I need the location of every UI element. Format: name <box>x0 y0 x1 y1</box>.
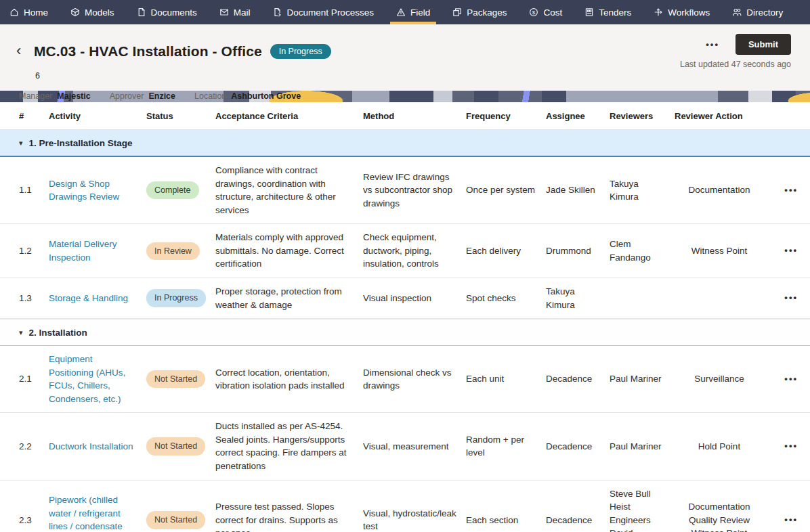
row-menu-button[interactable]: ••• <box>769 433 799 460</box>
header-meta: ManagerMajesticApproverEnziceLocationAsh… <box>19 91 791 101</box>
nav-item-directory[interactable]: Directory <box>732 0 783 24</box>
status-badge: Not Started <box>146 370 205 388</box>
checklist-table: #ActivityStatusAcceptance CriteriaMethod… <box>0 102 810 532</box>
field-icon <box>396 7 406 17</box>
row-menu-button[interactable]: ••• <box>769 285 799 311</box>
row-number: 1.1 <box>19 177 49 204</box>
nav-item-label: Cost <box>543 7 562 18</box>
assignee-cell: Decadence <box>546 433 610 460</box>
back-chevron-icon[interactable]: ‹ <box>16 43 33 58</box>
models-icon <box>70 7 80 17</box>
table-body: ▾1. Pre-Installation Stage1.1Design & Sh… <box>0 130 810 532</box>
more-menu-button[interactable]: ••• <box>704 37 721 52</box>
activity-link[interactable]: Design & Shop Drawings Review <box>49 179 119 202</box>
row-menu-button[interactable]: ••• <box>769 177 799 204</box>
page-title: MC.03 - HVAC Installation - Office <box>34 43 262 60</box>
activity-link[interactable]: Equipment Positioning (AHUs, FCUs, Chill… <box>49 354 125 404</box>
nav-item-home[interactable]: Home <box>9 0 48 24</box>
status-badge: Complete <box>146 181 199 199</box>
table-row: 1.1Design & Shop Drawings ReviewComplete… <box>0 157 810 224</box>
nav-item-label: Documents <box>151 7 197 18</box>
method-cell: Dimensional check vs drawings <box>363 359 466 399</box>
activity-link[interactable]: Material Delivery Inspection <box>49 239 117 263</box>
activity-link[interactable]: Ductwork Installation <box>49 441 133 451</box>
column-header-status: Status <box>146 111 215 121</box>
frequency-cell: Random + per level <box>466 426 546 466</box>
frequency-cell: Each delivery <box>466 238 546 265</box>
nav-item-document-processes[interactable]: Document Processes <box>273 0 374 24</box>
column-header-method: Method <box>363 111 466 121</box>
nav-item-documents[interactable]: Documents <box>137 0 197 24</box>
nav-item-field[interactable]: Field <box>396 0 430 24</box>
nav-item-label: Document Processes <box>287 7 374 18</box>
table-row: 2.2Ductwork InstallationNot StartedDucts… <box>0 413 810 480</box>
column-header-: # <box>19 111 49 121</box>
section-header-1-pre-installation-stage[interactable]: ▾1. Pre-Installation Stage <box>0 130 810 157</box>
meta-manager: ManagerMajestic <box>19 91 91 101</box>
meta-value: Ashburton Grove <box>231 91 301 101</box>
table-header: #ActivityStatusAcceptance CriteriaMethod… <box>0 102 810 130</box>
top-nav: HomeModelsDocumentsMailDocument Processe… <box>0 0 810 24</box>
section-header-2-installation[interactable]: ▾2. Installation <box>0 319 810 346</box>
row-menu-button[interactable]: ••• <box>769 238 799 264</box>
table-row: 1.2Material Delivery InspectionIn Review… <box>0 224 810 278</box>
header-top-row: ‹ MC.03 - HVAC Installation - Office In … <box>16 34 791 69</box>
nav-item-packages[interactable]: Packages <box>452 0 507 24</box>
method-cell: Check equipment, ductwork, piping, insul… <box>363 224 466 278</box>
activity-link[interactable]: Pipework (chilled water / refrigerant li… <box>49 495 123 532</box>
collapse-icon[interactable]: ▾ <box>19 139 23 148</box>
assignee-cell: Jade Skillen <box>546 177 610 204</box>
activity-cell: Storage & Handling <box>49 285 146 312</box>
meta-label: Approver <box>110 91 144 101</box>
collapse-icon[interactable]: ▾ <box>19 328 23 337</box>
frequency-cell: Once per system <box>466 177 546 204</box>
activity-cell: Design & Shop Drawings Review <box>49 171 146 210</box>
status-cell: Not Started <box>146 363 215 395</box>
header-actions: ••• Submit Last updated 47 seconds ago <box>680 34 791 69</box>
workflows-icon <box>654 7 663 17</box>
nav-item-label: Models <box>85 7 114 18</box>
svg-text:$: $ <box>532 9 536 16</box>
meta-label: Manager <box>19 91 52 101</box>
column-header-frequency: Frequency <box>466 111 546 121</box>
reviewer-action-cell: Hold Point <box>675 433 769 460</box>
activity-cell: Material Delivery Inspection <box>49 231 146 271</box>
reviewers-cell: Paul Mariner <box>610 433 675 460</box>
row-number: 2.3 <box>19 507 49 532</box>
status-badge: Not Started <box>146 437 205 455</box>
nav-item-label: Mail <box>234 7 251 18</box>
table-row: 2.3Pipework (chilled water / refrigerant… <box>0 481 810 532</box>
submit-button[interactable]: Submit <box>736 34 791 55</box>
row-menu-button[interactable]: ••• <box>769 507 799 532</box>
header-status-badge: In Progress <box>270 44 331 59</box>
acceptance-criteria-cell: Correct location, orientation, vibration… <box>215 359 363 399</box>
nav-item-mail[interactable]: Mail <box>219 0 251 24</box>
acceptance-criteria-cell: Ducts installed as per AS-4254. Sealed j… <box>215 413 363 479</box>
row-number: 1.2 <box>19 238 49 265</box>
document-processes-icon <box>273 7 282 17</box>
reviewer-action-cell <box>675 292 769 305</box>
row-menu-button[interactable]: ••• <box>769 366 799 393</box>
nav-item-cost[interactable]: $Cost <box>529 0 562 24</box>
status-badge: Not Started <box>146 511 205 529</box>
column-header-assignee: Assignee <box>546 111 610 121</box>
directory-icon <box>732 7 742 17</box>
nav-item-tenders[interactable]: Tenders <box>584 0 631 24</box>
status-cell: In Review <box>146 236 215 267</box>
column-header-acceptance-criteria: Acceptance Criteria <box>215 111 363 121</box>
nav-item-models[interactable]: Models <box>70 0 114 24</box>
frequency-cell: Each unit <box>466 365 546 393</box>
activity-link[interactable]: Storage & Handling <box>49 293 128 303</box>
acceptance-criteria-cell: Materials comply with approved submittal… <box>215 224 363 278</box>
assignee-cell: Decadence <box>546 507 610 532</box>
section-title: 1. Pre-Installation Stage <box>29 138 133 148</box>
reviewer-action-cell: Documentation <box>675 177 769 204</box>
row-number: 1.3 <box>19 285 49 312</box>
nav-item-workflows[interactable]: Workflows <box>654 0 710 24</box>
nav-item-label: Home <box>24 7 48 18</box>
reviewers-cell <box>610 292 675 305</box>
packages-icon <box>452 7 462 17</box>
reviewers-cell: Paul Mariner <box>610 365 675 393</box>
method-cell: Visual inspection <box>363 285 466 312</box>
assignee-cell: Takuya Kimura <box>546 278 610 318</box>
